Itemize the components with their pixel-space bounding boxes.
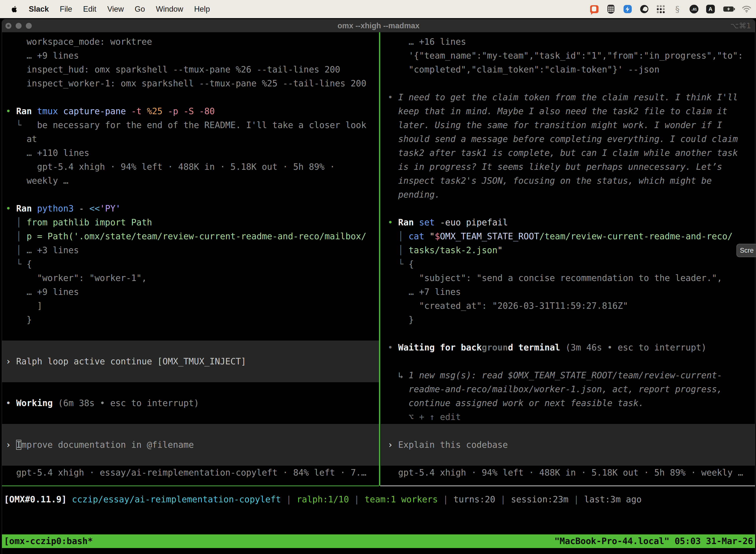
terminal-line: … +110 lines: [2, 146, 379, 160]
terminal-line: workspace_mode: worktree: [2, 35, 379, 49]
terminal-line: at: [2, 132, 379, 146]
terminal-line: [2, 188, 379, 202]
menu-app-name[interactable]: Slack: [29, 5, 49, 14]
terminal-line: … +7 lines: [381, 285, 755, 299]
terminal-line: "created_at": "2026-03-31T11:59:27.816Z": [381, 299, 755, 313]
edit-hint-line: ⌥ + ↑ edit: [381, 410, 755, 424]
menu-item-help[interactable]: Help: [194, 5, 210, 14]
battery-charging-icon[interactable]: [722, 5, 735, 14]
terminal-line: is in progress? It seems likely but perh…: [381, 160, 755, 174]
terminal-line: [2, 382, 379, 396]
window-shortcut-hint: ⌥⌘1: [730, 19, 751, 32]
pane-left[interactable]: workspace_mode: worktree … +9 lines insp…: [2, 35, 379, 480]
counter-badge-icon[interactable]: ..61: [690, 5, 698, 13]
dark-crescent-icon[interactable]: [640, 5, 649, 14]
menu-item-edit[interactable]: Edit: [83, 5, 96, 14]
squiggle-icon[interactable]: §: [673, 5, 682, 14]
terminal-window: omx --xhigh --madmax ⌥⌘1 workspace_mode:…: [2, 19, 755, 554]
terminal-line: • Ran set -euo pipefail: [381, 215, 755, 229]
terminal-line: │ … +3 lines: [2, 243, 379, 257]
terminal-line: │ tasks/task-2.json": [381, 243, 755, 257]
model-status-line: gpt-5.4 xhigh · 94% left · 488K in · 5.1…: [381, 466, 755, 480]
terminal-line: should send a message before completing …: [381, 132, 755, 146]
terminal-line: gpt-5.4 xhigh · 94% left · 488K in · 5.1…: [2, 160, 379, 174]
terminal-line: │ cat "$OMX_TEAM_STATE_ROOT/team/review-…: [381, 229, 755, 243]
terminal-line: task2 after task1 is complete, but can I…: [381, 146, 755, 160]
ralph-loop-banner: › Ralph loop active continue [OMX_TMUX_I…: [2, 340, 379, 382]
terminal-line: }: [2, 313, 379, 327]
terminal-line: … +9 lines: [2, 49, 379, 63]
terminal-line: weekly …: [2, 174, 379, 188]
terminal-line: │ p = Path('.omx/state/team/review-curre…: [2, 229, 379, 243]
terminal-line: readme-and-reco/mailbox/worker-1.json, a…: [381, 382, 755, 396]
pane-right[interactable]: … +16 lines '{"team_name":"my-team","tas…: [381, 35, 755, 480]
input-source-icon[interactable]: A: [706, 5, 715, 13]
pane-right-bottom-border: [380, 486, 755, 486]
prompt-input-right[interactable]: › Explain this codebase: [381, 424, 755, 466]
terminal-line: "worker": "worker-1",: [2, 271, 379, 285]
terminal-line: [381, 202, 755, 215]
wifi-icon[interactable]: [742, 5, 751, 14]
terminal-line: [381, 354, 755, 368]
terminal-line: │ from pathlib import Path: [2, 215, 379, 229]
menu-item-go[interactable]: Go: [135, 5, 145, 14]
terminal-line: … +9 lines: [2, 285, 379, 299]
waiting-status-line: • Waiting for background terminal (3m 46…: [381, 340, 755, 354]
window-titlebar[interactable]: omx --xhigh --madmax ⌥⌘1: [2, 19, 755, 32]
dots-grid-icon[interactable]: [656, 5, 665, 14]
menu-items-container: FileEditViewGoWindowHelp: [60, 5, 210, 14]
pane-divider[interactable]: [379, 32, 380, 486]
terminal-line: }: [381, 313, 755, 327]
terminal-line: [2, 410, 379, 424]
terminal-line: inspect task2's JSON, focusing on the st…: [381, 174, 755, 188]
apple-menu-icon[interactable]: [11, 5, 18, 13]
terminal-line: inspect_worker-1: omx sparkshell --tmux-…: [2, 76, 379, 90]
prompt-input-left[interactable]: › Improve documentation in @filename: [2, 424, 379, 466]
blue-sync-icon[interactable]: [623, 5, 632, 14]
terminal-line: ↳ 1 new msg(s): read $OMX_TEAM_STATE_ROO…: [381, 368, 755, 382]
terminal-line: └ be necessary for the end of the README…: [2, 118, 379, 132]
terminal-line: • Ran python3 - <<'PY': [2, 202, 379, 215]
menu-item-window[interactable]: Window: [156, 5, 183, 14]
terminal-line: "subject": "send a concise recommendatio…: [381, 271, 755, 285]
omx-statusline: [OMX#0.11.9] cczip/essay/ai-reimplementa…: [2, 492, 755, 506]
window-title: omx --xhigh --madmax: [2, 21, 755, 30]
terminal-line: ]: [2, 299, 379, 313]
screenshot-chat-icon[interactable]: [590, 5, 599, 14]
terminal-line: keep that in mind. Maybe I also need the…: [381, 104, 755, 118]
working-status-line: • Working (6m 38s • esc to interrupt): [2, 396, 379, 410]
shield-grid-icon[interactable]: [607, 5, 615, 14]
terminal-line: "completed","claim_token":"claim-token"}…: [381, 63, 755, 76]
terminal-line: '{"team_name":"my-team","task_id":"1","f…: [381, 49, 755, 63]
terminal-line: continue assigned work or next feasible …: [381, 396, 755, 410]
terminal-line: [381, 76, 755, 90]
tmux-status-bar[interactable]: [omx-cczip0:bash* "MacBook-Pro-44.local"…: [2, 535, 755, 548]
terminal-line: └ {: [381, 257, 755, 271]
tmux-session-label: [omx-cczip0:bash*: [4, 535, 93, 548]
terminal-line: └ {: [2, 257, 379, 271]
terminal-line: [2, 327, 379, 340]
terminal-line: • I need to get the claim token from the…: [381, 90, 755, 104]
pane-left-bottom-border: [2, 486, 379, 486]
terminal-line: [381, 327, 755, 340]
terminal-line: • Ran tmux capture-pane -t %25 -p -S -80: [2, 104, 379, 118]
terminal-line: inspect_hud: omx sparkshell --tmux-pane …: [2, 63, 379, 76]
screen-capture-overlay[interactable]: Scre: [737, 244, 756, 257]
model-status-line: gpt-5.4 xhigh · essay/ai-reimplementatio…: [2, 466, 379, 480]
menu-item-file[interactable]: File: [60, 5, 72, 14]
terminal-line: pending.: [381, 188, 755, 202]
terminal-line: … +16 lines: [381, 35, 755, 49]
menu-item-view[interactable]: View: [107, 5, 124, 14]
terminal-line: later. Using the same for transition mig…: [381, 118, 755, 132]
tmux-host-clock: "MacBook-Pro-44.local" 05:03 31-Mar-26: [554, 535, 753, 548]
macos-menu-bar: Slack FileEditViewGoWindowHelp § ..61 A: [0, 0, 756, 18]
terminal-line: [2, 90, 379, 104]
